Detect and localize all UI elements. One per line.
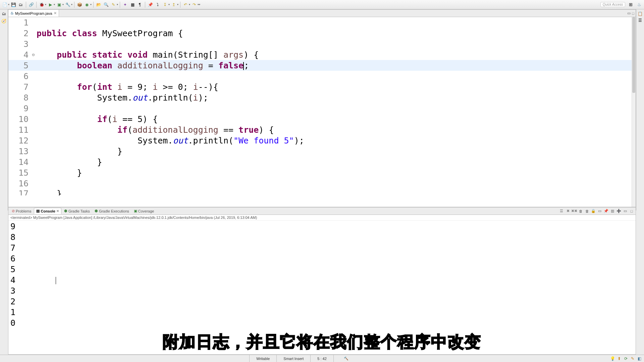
link-icon[interactable]: 🔗 [28, 1, 35, 8]
right-trim: 📋 ☰ [636, 9, 644, 210]
code-line[interactable]: 4⊖ public static void main(String[] args… [8, 49, 632, 60]
line-number: 14 [8, 157, 32, 167]
samples-icon[interactable]: ✎ [630, 356, 635, 361]
code-line[interactable]: 2public class MySweetProgram { [8, 28, 632, 39]
run-icon[interactable]: ▶ [47, 1, 54, 8]
terminate-all-icon[interactable]: ✖✖ [572, 208, 577, 214]
console-clear-toggle-icon[interactable]: ☰ [559, 208, 564, 214]
tip-icon[interactable]: 💡 [610, 356, 615, 361]
maximize-editor-icon[interactable]: □ [632, 11, 634, 15]
code-editor[interactable]: 12public class MySweetProgram {34⊖ publi… [8, 17, 632, 207]
terminate-icon[interactable]: ✖ [565, 208, 571, 214]
console-launch-status: <terminated> MySweetProgram [Java Applic… [8, 215, 636, 221]
step-icon[interactable]: ⤵ [154, 1, 161, 8]
line-source[interactable]: for(int i = 9; i >= 0; i--){ [37, 82, 218, 92]
scroll-lock-icon[interactable]: 🔒 [591, 208, 596, 214]
line-source[interactable]: } [37, 189, 62, 195]
open-console-icon[interactable]: ➕ [616, 208, 622, 214]
code-line[interactable]: 12 System.out.println("We found 5"); [8, 135, 632, 146]
tab-gradle-exec[interactable]: ⬢Gradle Executions [93, 208, 131, 214]
display-selected-icon[interactable]: ▥ [610, 208, 615, 214]
prev-annotation-icon[interactable]: ↥ [170, 1, 177, 8]
open-type-icon[interactable]: 📂 [95, 1, 102, 8]
new-package-icon[interactable]: 📦 [76, 1, 83, 8]
code-line[interactable]: 7 for(int i = 9; i >= 0; i--){ [8, 81, 632, 92]
package-explorer-stub-icon[interactable]: 🗂 [1, 11, 7, 17]
tab-gradle-tasks[interactable]: ⬢Gradle Tasks [62, 208, 92, 214]
back-icon[interactable]: ↶ [182, 1, 189, 8]
tab-coverage[interactable]: ▣Coverage [132, 208, 156, 214]
pin2-icon[interactable]: 📌 [603, 208, 609, 214]
remove-all-icon[interactable]: 🗑 [584, 208, 590, 214]
external-tools-icon[interactable]: 🔧 [64, 1, 71, 8]
toggle-block-icon[interactable]: ▦ [129, 1, 136, 8]
tab-console[interactable]: ▤Console✕ [34, 208, 61, 214]
save-icon[interactable]: 💾 [10, 1, 17, 8]
debug-icon[interactable]: 🐞 [38, 1, 45, 8]
console-output[interactable]: 9876543210 [8, 221, 636, 329]
code-line[interactable]: 6 [8, 71, 632, 81]
line-source[interactable]: if(additionalLogging == true) { [37, 125, 274, 135]
new-class-icon[interactable]: ◉ [84, 1, 90, 8]
editor-scrollbar[interactable] [632, 17, 636, 207]
line-number: 11 [8, 125, 32, 135]
line-source[interactable]: System.out.println(i); [37, 93, 208, 103]
fold-marker[interactable]: ⊖ [32, 52, 37, 57]
line-source[interactable]: if(i == 5) { [37, 114, 158, 124]
line-source[interactable]: } [37, 157, 102, 167]
toggle-whitespace-icon[interactable]: ¶ [137, 1, 143, 8]
minimize-editor-icon[interactable]: ▭ [627, 11, 631, 15]
gradle-exec-icon: ⬢ [95, 209, 98, 213]
line-number: 5 [8, 61, 32, 70]
close-tab-icon[interactable]: ✕ [54, 11, 57, 15]
save-all-icon[interactable]: 🗂 [17, 1, 24, 8]
close-console-icon[interactable]: ✕ [56, 209, 59, 213]
line-source[interactable]: } [37, 146, 122, 156]
line-number: 16 [8, 179, 32, 188]
line-source[interactable]: System.out.println("We found 5"); [37, 136, 304, 145]
updates-icon[interactable]: ⬆ [616, 356, 622, 361]
max-panel-icon[interactable]: □ [629, 208, 634, 214]
line-source[interactable]: public static void main(String[] args) { [37, 50, 259, 60]
code-line[interactable]: 15 } [8, 167, 632, 178]
code-line[interactable]: 13 } [8, 146, 632, 157]
code-line[interactable]: 14 } [8, 157, 632, 167]
code-line[interactable]: 8 System.out.println(i); [8, 92, 632, 103]
quick-access-input[interactable]: Quick Access [600, 2, 625, 7]
console-line: 2 [10, 296, 634, 307]
code-line[interactable]: 3 [8, 39, 632, 49]
min-panel-icon[interactable]: ▭ [623, 208, 628, 214]
open-perspective-icon[interactable]: ⊞ [627, 1, 634, 8]
code-line[interactable]: 5 boolean additionalLogging = false; [8, 60, 632, 71]
java-file-icon: ♨ [10, 11, 14, 15]
line-source[interactable]: boolean additionalLogging = false; [37, 61, 249, 70]
code-line[interactable]: 1 [8, 17, 632, 28]
next-annotation-icon[interactable]: ↧ [162, 1, 168, 8]
new-icon[interactable]: 📄 [1, 1, 8, 8]
coverage-run-icon[interactable]: ▣ [56, 1, 62, 8]
pin-icon[interactable]: 📌 [147, 1, 154, 8]
show-console-icon[interactable]: ▭ [597, 208, 602, 214]
navigator-stub-icon[interactable]: 🧭 [1, 19, 7, 24]
build-icon[interactable]: 🔨 [344, 356, 348, 361]
code-line[interactable]: 11 if(additionalLogging == true) { [8, 124, 632, 135]
code-line[interactable]: 16 [8, 178, 632, 189]
problems-icon: ⊘ [12, 209, 15, 213]
overview-icon[interactable]: ◧ [637, 356, 642, 361]
annotation-icon[interactable]: ✎ [110, 1, 117, 8]
code-line[interactable]: 9 [8, 103, 632, 114]
line-source[interactable]: public class MySweetProgram { [37, 28, 183, 38]
line-source[interactable]: } [37, 168, 82, 178]
tab-problems[interactable]: ⊘Problems [10, 208, 33, 214]
code-line[interactable]: 10 if(i == 5) { [8, 114, 632, 124]
remove-launch-icon[interactable]: 🗑 [578, 208, 583, 214]
java-perspective-icon[interactable]: ♨ [636, 1, 643, 8]
editor-tab[interactable]: ♨ MySweetProgram.java ✕ [8, 10, 59, 17]
outline-stub-icon[interactable]: ☰ [638, 18, 642, 23]
task-list-stub-icon[interactable]: 📋 [638, 11, 643, 16]
forward-icon[interactable]: ↷ [191, 1, 198, 8]
code-line[interactable]: 17 } [8, 189, 632, 195]
sync-icon[interactable]: ⟳ [623, 356, 629, 361]
search-icon[interactable]: 🔍 [103, 1, 109, 8]
toggle-mark-icon[interactable]: ✦ [122, 1, 128, 8]
